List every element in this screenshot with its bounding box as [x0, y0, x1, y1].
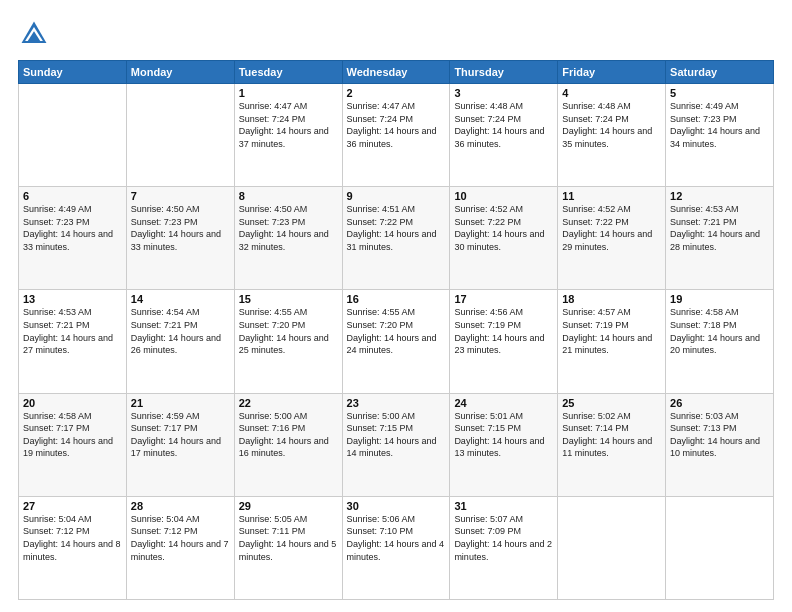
day-number: 22	[239, 397, 338, 409]
calendar-cell: 9Sunrise: 4:51 AM Sunset: 7:22 PM Daylig…	[342, 187, 450, 290]
day-number: 3	[454, 87, 553, 99]
day-info: Sunrise: 4:54 AM Sunset: 7:21 PM Dayligh…	[131, 306, 230, 356]
day-info: Sunrise: 4:52 AM Sunset: 7:22 PM Dayligh…	[562, 203, 661, 253]
day-info: Sunrise: 5:01 AM Sunset: 7:15 PM Dayligh…	[454, 410, 553, 460]
calendar-cell	[19, 84, 127, 187]
calendar-cell	[666, 496, 774, 599]
day-number: 11	[562, 190, 661, 202]
page: SundayMondayTuesdayWednesdayThursdayFrid…	[0, 0, 792, 612]
calendar-cell: 16Sunrise: 4:55 AM Sunset: 7:20 PM Dayli…	[342, 290, 450, 393]
calendar-cell	[126, 84, 234, 187]
calendar-cell: 6Sunrise: 4:49 AM Sunset: 7:23 PM Daylig…	[19, 187, 127, 290]
day-of-week-monday: Monday	[126, 61, 234, 84]
day-number: 26	[670, 397, 769, 409]
day-info: Sunrise: 4:50 AM Sunset: 7:23 PM Dayligh…	[239, 203, 338, 253]
day-number: 27	[23, 500, 122, 512]
calendar-cell: 20Sunrise: 4:58 AM Sunset: 7:17 PM Dayli…	[19, 393, 127, 496]
calendar-cell: 22Sunrise: 5:00 AM Sunset: 7:16 PM Dayli…	[234, 393, 342, 496]
day-number: 14	[131, 293, 230, 305]
day-info: Sunrise: 4:55 AM Sunset: 7:20 PM Dayligh…	[239, 306, 338, 356]
day-number: 4	[562, 87, 661, 99]
day-number: 8	[239, 190, 338, 202]
day-info: Sunrise: 5:00 AM Sunset: 7:15 PM Dayligh…	[347, 410, 446, 460]
day-number: 5	[670, 87, 769, 99]
calendar-cell: 30Sunrise: 5:06 AM Sunset: 7:10 PM Dayli…	[342, 496, 450, 599]
calendar-cell: 26Sunrise: 5:03 AM Sunset: 7:13 PM Dayli…	[666, 393, 774, 496]
day-number: 12	[670, 190, 769, 202]
day-info: Sunrise: 5:04 AM Sunset: 7:12 PM Dayligh…	[23, 513, 122, 563]
calendar-cell: 1Sunrise: 4:47 AM Sunset: 7:24 PM Daylig…	[234, 84, 342, 187]
logo-icon	[18, 18, 50, 50]
day-info: Sunrise: 4:49 AM Sunset: 7:23 PM Dayligh…	[23, 203, 122, 253]
day-number: 19	[670, 293, 769, 305]
day-of-week-friday: Friday	[558, 61, 666, 84]
logo	[18, 18, 54, 50]
day-info: Sunrise: 4:53 AM Sunset: 7:21 PM Dayligh…	[23, 306, 122, 356]
day-number: 30	[347, 500, 446, 512]
day-number: 29	[239, 500, 338, 512]
calendar-cell: 23Sunrise: 5:00 AM Sunset: 7:15 PM Dayli…	[342, 393, 450, 496]
day-number: 16	[347, 293, 446, 305]
calendar-cell: 7Sunrise: 4:50 AM Sunset: 7:23 PM Daylig…	[126, 187, 234, 290]
day-number: 28	[131, 500, 230, 512]
calendar-cell: 24Sunrise: 5:01 AM Sunset: 7:15 PM Dayli…	[450, 393, 558, 496]
calendar-cell: 18Sunrise: 4:57 AM Sunset: 7:19 PM Dayli…	[558, 290, 666, 393]
day-info: Sunrise: 4:49 AM Sunset: 7:23 PM Dayligh…	[670, 100, 769, 150]
calendar-cell: 10Sunrise: 4:52 AM Sunset: 7:22 PM Dayli…	[450, 187, 558, 290]
calendar-cell: 11Sunrise: 4:52 AM Sunset: 7:22 PM Dayli…	[558, 187, 666, 290]
day-number: 21	[131, 397, 230, 409]
day-info: Sunrise: 4:57 AM Sunset: 7:19 PM Dayligh…	[562, 306, 661, 356]
day-info: Sunrise: 4:59 AM Sunset: 7:17 PM Dayligh…	[131, 410, 230, 460]
day-info: Sunrise: 5:03 AM Sunset: 7:13 PM Dayligh…	[670, 410, 769, 460]
day-of-week-tuesday: Tuesday	[234, 61, 342, 84]
day-number: 13	[23, 293, 122, 305]
day-info: Sunrise: 4:58 AM Sunset: 7:17 PM Dayligh…	[23, 410, 122, 460]
calendar-week-row: 6Sunrise: 4:49 AM Sunset: 7:23 PM Daylig…	[19, 187, 774, 290]
day-number: 2	[347, 87, 446, 99]
calendar-cell: 28Sunrise: 5:04 AM Sunset: 7:12 PM Dayli…	[126, 496, 234, 599]
day-info: Sunrise: 5:07 AM Sunset: 7:09 PM Dayligh…	[454, 513, 553, 563]
day-of-week-wednesday: Wednesday	[342, 61, 450, 84]
day-of-week-thursday: Thursday	[450, 61, 558, 84]
calendar-cell: 5Sunrise: 4:49 AM Sunset: 7:23 PM Daylig…	[666, 84, 774, 187]
header	[18, 18, 774, 50]
day-info: Sunrise: 4:50 AM Sunset: 7:23 PM Dayligh…	[131, 203, 230, 253]
calendar-week-row: 13Sunrise: 4:53 AM Sunset: 7:21 PM Dayli…	[19, 290, 774, 393]
day-number: 7	[131, 190, 230, 202]
day-number: 15	[239, 293, 338, 305]
day-info: Sunrise: 4:58 AM Sunset: 7:18 PM Dayligh…	[670, 306, 769, 356]
calendar-cell: 25Sunrise: 5:02 AM Sunset: 7:14 PM Dayli…	[558, 393, 666, 496]
day-number: 18	[562, 293, 661, 305]
day-number: 1	[239, 87, 338, 99]
calendar-cell: 12Sunrise: 4:53 AM Sunset: 7:21 PM Dayli…	[666, 187, 774, 290]
day-info: Sunrise: 4:53 AM Sunset: 7:21 PM Dayligh…	[670, 203, 769, 253]
calendar-header-row: SundayMondayTuesdayWednesdayThursdayFrid…	[19, 61, 774, 84]
calendar-cell: 21Sunrise: 4:59 AM Sunset: 7:17 PM Dayli…	[126, 393, 234, 496]
day-info: Sunrise: 5:05 AM Sunset: 7:11 PM Dayligh…	[239, 513, 338, 563]
day-number: 24	[454, 397, 553, 409]
day-number: 31	[454, 500, 553, 512]
calendar-cell	[558, 496, 666, 599]
day-info: Sunrise: 4:51 AM Sunset: 7:22 PM Dayligh…	[347, 203, 446, 253]
calendar-cell: 8Sunrise: 4:50 AM Sunset: 7:23 PM Daylig…	[234, 187, 342, 290]
day-info: Sunrise: 4:52 AM Sunset: 7:22 PM Dayligh…	[454, 203, 553, 253]
day-of-week-sunday: Sunday	[19, 61, 127, 84]
day-number: 6	[23, 190, 122, 202]
day-of-week-saturday: Saturday	[666, 61, 774, 84]
day-info: Sunrise: 4:47 AM Sunset: 7:24 PM Dayligh…	[347, 100, 446, 150]
calendar-cell: 15Sunrise: 4:55 AM Sunset: 7:20 PM Dayli…	[234, 290, 342, 393]
day-info: Sunrise: 4:56 AM Sunset: 7:19 PM Dayligh…	[454, 306, 553, 356]
calendar-week-row: 27Sunrise: 5:04 AM Sunset: 7:12 PM Dayli…	[19, 496, 774, 599]
calendar-cell: 29Sunrise: 5:05 AM Sunset: 7:11 PM Dayli…	[234, 496, 342, 599]
calendar-cell: 2Sunrise: 4:47 AM Sunset: 7:24 PM Daylig…	[342, 84, 450, 187]
calendar-cell: 19Sunrise: 4:58 AM Sunset: 7:18 PM Dayli…	[666, 290, 774, 393]
calendar-cell: 14Sunrise: 4:54 AM Sunset: 7:21 PM Dayli…	[126, 290, 234, 393]
calendar-cell: 4Sunrise: 4:48 AM Sunset: 7:24 PM Daylig…	[558, 84, 666, 187]
calendar-cell: 27Sunrise: 5:04 AM Sunset: 7:12 PM Dayli…	[19, 496, 127, 599]
calendar-week-row: 1Sunrise: 4:47 AM Sunset: 7:24 PM Daylig…	[19, 84, 774, 187]
day-number: 17	[454, 293, 553, 305]
day-info: Sunrise: 5:02 AM Sunset: 7:14 PM Dayligh…	[562, 410, 661, 460]
calendar-cell: 31Sunrise: 5:07 AM Sunset: 7:09 PM Dayli…	[450, 496, 558, 599]
day-number: 25	[562, 397, 661, 409]
day-number: 9	[347, 190, 446, 202]
